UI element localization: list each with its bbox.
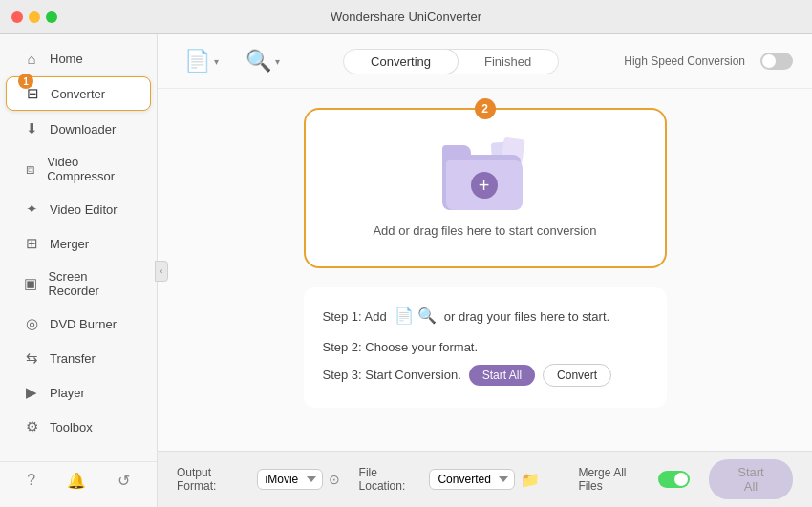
start-all-button[interactable]: Start All (469, 365, 535, 386)
high-speed-label: High Speed Conversion (624, 54, 745, 68)
help-icon[interactable]: ? (27, 472, 35, 490)
home-icon: ⌂ (23, 51, 40, 67)
bottom-start-all-button[interactable]: Start All (709, 459, 793, 499)
add-url-chevron-icon: ▾ (275, 56, 280, 67)
dropzone-text: Add or drag files here to start conversi… (373, 223, 596, 238)
app-title: Wondershare UniConverter (331, 10, 481, 24)
notification-icon[interactable]: 🔔 (67, 472, 86, 490)
output-format-select[interactable]: iMovie (257, 469, 323, 490)
sidebar-item-toolbox[interactable]: ⚙ Toolbox (6, 411, 151, 443)
collapse-sidebar-button[interactable]: ‹ (155, 261, 168, 282)
high-speed-toggle[interactable] (760, 53, 793, 70)
step-3-row: Step 3: Start Conversion. Start All Conv… (323, 364, 648, 387)
sidebar-item-label: Converter (51, 87, 105, 101)
tab-converting[interactable]: Converting (344, 50, 458, 74)
sidebar-item-label: Video Compressor (47, 155, 134, 183)
merge-toggle[interactable] (658, 471, 690, 488)
sidebar-item-label: Screen Recorder (48, 269, 134, 298)
toolbar: 📄 ▾ 🔍 ▾ Converting Finished High Speed C… (158, 34, 812, 89)
sidebar-item-label: Merger (50, 237, 89, 251)
sidebar-item-video-compressor[interactable]: ⧈ Video Compressor (6, 147, 151, 191)
step-1-text: Step 1: Add (323, 306, 387, 327)
tab-finished[interactable]: Finished (458, 50, 558, 74)
file-location-label: File Location: (359, 466, 424, 493)
sidebar-bottom: ? 🔔 ↺ (0, 461, 157, 499)
add-files-button[interactable]: 📄 ▾ (177, 44, 226, 78)
output-format-label: Output Format: (177, 466, 251, 493)
step-2-text: Step 2: Choose your format. (323, 336, 479, 358)
file-location-select[interactable]: Converted (429, 469, 515, 490)
converter-badge: 1 (18, 74, 33, 89)
bottom-bar: Output Format: iMovie ⊙ File Location: C… (158, 451, 812, 507)
sidebar-item-label: Player (50, 386, 85, 400)
convert-button[interactable]: Convert (543, 364, 611, 387)
titlebar: Wondershare UniConverter (0, 0, 812, 34)
close-button[interactable] (11, 11, 23, 23)
sidebar: ⌂ Home 1 ⊟ Converter ⬇ Downloader ⧈ Vide… (0, 34, 158, 507)
step-1-icons: 📄 🔍 (395, 303, 437, 330)
dropzone-badge: 2 (475, 98, 496, 119)
feedback-icon[interactable]: ↺ (118, 472, 130, 490)
output-format-field: Output Format: iMovie ⊙ (177, 466, 340, 493)
folder-front: + (446, 160, 523, 210)
merge-all-files-field: Merge All Files (578, 466, 690, 493)
add-url-step-icon: 🔍 (417, 303, 437, 330)
file-location-field: File Location: Converted 📁 (359, 466, 541, 493)
sidebar-item-player[interactable]: ▶ Player (6, 376, 151, 409)
file-location-folder-icon[interactable]: 📁 (521, 471, 540, 489)
window-controls (11, 11, 57, 23)
player-icon: ▶ (23, 384, 40, 401)
sidebar-item-label: Toolbox (50, 420, 93, 434)
add-url-icon: 🔍 (246, 49, 271, 74)
main-content: 📄 ▾ 🔍 ▾ Converting Finished High Speed C… (158, 34, 812, 507)
add-files-icon: 📄 (184, 49, 210, 74)
sidebar-item-screen-recorder[interactable]: ▣ Screen Recorder (6, 262, 151, 306)
step-2-row: Step 2: Choose your format. (323, 336, 648, 358)
dropzone[interactable]: 2 + Add or drag files here to start conv… (304, 108, 667, 268)
step-3-text: Step 3: Start Conversion. (323, 364, 461, 386)
minimize-button[interactable] (29, 11, 40, 23)
sidebar-item-label: DVD Burner (50, 317, 117, 331)
step-1-suffix: or drag your files here to start. (444, 306, 609, 327)
transfer-icon: ⇆ (23, 349, 40, 367)
add-url-button[interactable]: 🔍 ▾ (238, 44, 288, 78)
sidebar-item-label: Video Editor (50, 202, 118, 217)
sidebar-item-label: Downloader (50, 122, 116, 137)
sidebar-item-merger[interactable]: ⊞ Merger (6, 227, 151, 260)
downloader-icon: ⬇ (23, 120, 40, 137)
output-format-icon: ⊙ (329, 472, 340, 487)
video-editor-icon: ✦ (23, 201, 40, 218)
sidebar-item-transfer[interactable]: ⇆ Transfer (6, 342, 151, 374)
sidebar-item-label: Transfer (50, 351, 96, 366)
steps-area: Step 1: Add 📄 🔍 or drag your files here … (304, 287, 667, 408)
sidebar-item-label: Home (50, 52, 83, 66)
merge-label: Merge All Files (578, 466, 652, 493)
toolbox-icon: ⚙ (23, 418, 40, 435)
add-file-icon: 📄 (395, 303, 414, 330)
main-area: 2 + Add or drag files here to start conv… (158, 89, 812, 451)
screen-recorder-icon: ▣ (23, 275, 38, 292)
video-compressor-icon: ⧈ (23, 160, 37, 178)
maximize-button[interactable] (46, 11, 57, 23)
folder-illustration: + (442, 138, 528, 210)
sidebar-item-dvd-burner[interactable]: ◎ DVD Burner (6, 307, 151, 340)
sidebar-item-downloader[interactable]: ⬇ Downloader (6, 113, 151, 145)
add-files-chevron-icon: ▾ (214, 56, 219, 67)
merger-icon: ⊞ (23, 235, 40, 252)
dvd-burner-icon: ◎ (23, 315, 40, 332)
folder-plus-icon: + (471, 172, 498, 199)
sidebar-item-video-editor[interactable]: ✦ Video Editor (6, 193, 151, 225)
sidebar-item-home[interactable]: ⌂ Home (6, 43, 151, 74)
sidebar-item-converter[interactable]: 1 ⊟ Converter (6, 76, 151, 111)
tab-group: Converting Finished (343, 49, 559, 74)
step-1-row: Step 1: Add 📄 🔍 or drag your files here … (323, 303, 648, 330)
